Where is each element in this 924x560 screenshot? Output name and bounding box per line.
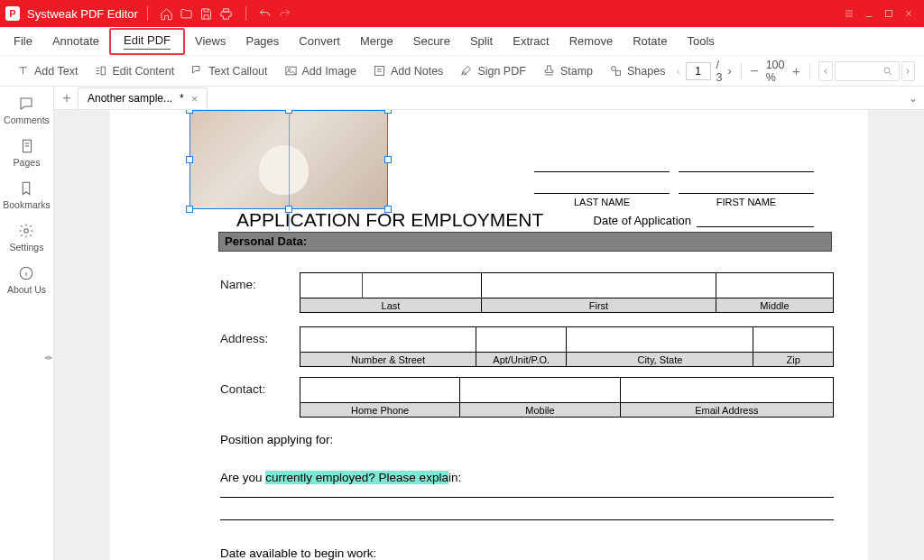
maximize-icon[interactable] <box>879 4 899 23</box>
menu-rotate[interactable]: Rotate <box>623 29 677 53</box>
search-icon <box>882 66 893 77</box>
pdf-page: LAST NAME FIRST NAME APPLICATION FOR EMP… <box>110 110 868 560</box>
menu-split[interactable]: Split <box>460 29 503 53</box>
sidebar-comments[interactable]: Comments <box>4 96 50 125</box>
svg-point-9 <box>24 229 29 234</box>
name-field-label: Name: <box>220 272 300 291</box>
document-canvas[interactable]: LAST NAME FIRST NAME APPLICATION FOR EMP… <box>54 110 924 560</box>
add-text-button[interactable]: Add Text <box>9 60 85 81</box>
page-total: / 3 <box>716 59 723 84</box>
menu-secure[interactable]: Secure <box>403 29 460 53</box>
sidebar-collapse-handle[interactable]: ◂▸ <box>44 344 53 371</box>
app-logo-icon: P <box>5 6 20 21</box>
app-title: Systweak PDF Editor <box>27 7 138 21</box>
menu-views[interactable]: Views <box>185 29 236 53</box>
scroll-right-button[interactable] <box>901 61 915 81</box>
document-tab[interactable]: Another sample... * × <box>78 87 208 109</box>
tabs-overflow-button[interactable]: ⌄ <box>902 92 924 105</box>
stamp-button[interactable]: Stamp <box>535 60 600 81</box>
tab-title: Another sample... <box>88 92 172 105</box>
tab-close-icon[interactable]: × <box>191 92 199 106</box>
contact-field-label: Contact: <box>220 377 300 396</box>
sidebar-pages[interactable]: Pages <box>14 138 41 168</box>
menu-bar: File Annotate Edit PDF Views Pages Conve… <box>0 27 924 56</box>
edit-content-button[interactable]: Edit Content <box>87 60 181 81</box>
save-icon[interactable] <box>197 4 217 23</box>
svg-point-5 <box>612 67 616 71</box>
menu-tools[interactable]: Tools <box>677 29 724 53</box>
menu-file[interactable]: File <box>4 29 42 53</box>
svg-point-7 <box>884 68 890 73</box>
tab-dirty-indicator: * <box>180 92 184 105</box>
document-tabs: + Another sample... * × ⌄ <box>54 87 924 110</box>
address-field-grid: Number & StreetApt/Unit/P.O.City, StateZ… <box>300 326 834 367</box>
svg-rect-0 <box>886 11 892 17</box>
selected-image-object[interactable] <box>189 110 388 209</box>
currently-employed-question: Are you currently employed? Please expla… <box>220 471 834 520</box>
date-available-label: Date available to begin work: <box>220 546 834 560</box>
svg-rect-4 <box>375 67 384 76</box>
title-bar: P Systweak PDF Editor <box>0 0 924 27</box>
menu-convert[interactable]: Convert <box>289 29 350 53</box>
sidebar-about[interactable]: About Us <box>7 265 46 295</box>
svg-rect-6 <box>616 71 621 76</box>
sidebar-bookmarks[interactable]: Bookmarks <box>3 180 51 210</box>
sign-pdf-button[interactable]: Sign PDF <box>452 60 533 81</box>
menu-merge[interactable]: Merge <box>350 29 403 53</box>
zoom-in-icon[interactable]: + <box>792 63 800 78</box>
name-field-grid: LastFirstMiddle <box>300 272 834 313</box>
menu-annotate[interactable]: Annotate <box>42 29 109 53</box>
section-header-personal: Personal Data: <box>218 232 832 252</box>
scroll-left-button[interactable] <box>818 61 832 81</box>
new-tab-button[interactable]: + <box>56 91 78 106</box>
next-page-icon[interactable]: › <box>728 65 732 78</box>
search-input[interactable] <box>835 61 900 81</box>
contact-field-grid: Home PhoneMobileEmail Address <box>300 377 834 418</box>
menu-pages[interactable]: Pages <box>236 29 289 53</box>
close-icon[interactable] <box>899 4 919 23</box>
date-of-application-label: Date of Application <box>594 214 691 227</box>
field-first-name-label: FIRST NAME <box>679 197 814 207</box>
resize-handle[interactable] <box>186 156 193 163</box>
resize-handle[interactable] <box>285 110 292 114</box>
menu-remove[interactable]: Remove <box>559 29 623 53</box>
add-image-button[interactable]: Add Image <box>277 60 364 81</box>
redo-icon[interactable] <box>275 4 295 23</box>
hamburger-icon[interactable] <box>839 4 859 23</box>
page-number-input[interactable] <box>686 62 711 80</box>
edit-toolbar: Add Text Edit Content Text Callout Add I… <box>0 56 924 87</box>
svg-point-3 <box>288 69 291 71</box>
sidebar-settings[interactable]: Settings <box>10 223 44 252</box>
print-icon[interactable] <box>217 4 236 23</box>
resize-handle[interactable] <box>384 110 392 114</box>
position-applying-label: Position applying for: <box>220 433 834 446</box>
form-title: APPLICATION FOR EMPLOYMENT <box>236 209 543 231</box>
svg-rect-1 <box>102 67 106 75</box>
add-notes-button[interactable]: Add Notes <box>365 60 450 81</box>
text-callout-button[interactable]: Text Callout <box>183 60 274 81</box>
zoom-out-icon[interactable]: − <box>750 63 758 79</box>
home-icon[interactable] <box>157 4 177 23</box>
field-last-name-label: LAST NAME <box>534 197 670 207</box>
address-field-label: Address: <box>220 326 300 345</box>
prev-page-icon[interactable]: ‹ <box>676 65 679 78</box>
resize-handle[interactable] <box>384 156 392 163</box>
left-sidebar: Comments Pages Bookmarks Settings About … <box>0 87 54 560</box>
menu-extract[interactable]: Extract <box>503 29 559 53</box>
shapes-button[interactable]: Shapes <box>602 60 672 81</box>
undo-icon[interactable] <box>255 4 275 23</box>
open-folder-icon[interactable] <box>177 4 197 23</box>
resize-handle[interactable] <box>186 206 193 213</box>
resize-handle[interactable] <box>186 110 193 114</box>
minimize-icon[interactable] <box>859 4 879 23</box>
menu-edit-pdf[interactable]: Edit PDF <box>109 28 185 55</box>
page-navigator: ‹ / 3 › <box>676 59 731 84</box>
zoom-level: 100 % <box>766 59 785 84</box>
